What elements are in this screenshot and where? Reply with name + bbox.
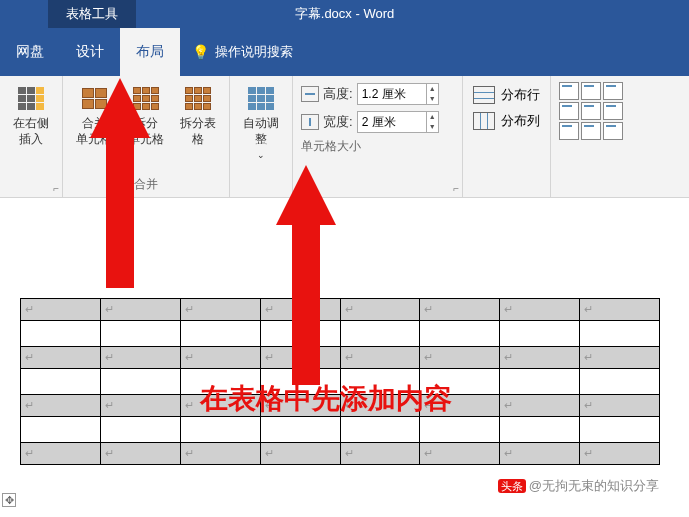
group-launcher-icon[interactable]: ⌐ [453,183,459,194]
align-bc-button[interactable] [581,122,601,140]
ribbon-tabs: 网盘 设计 布局 💡 操作说明搜索 [0,28,689,76]
contextual-tab-label: 表格工具 [48,0,136,28]
distribute-cols-button[interactable]: 分布列 [473,108,540,134]
tab-layout[interactable]: 布局 [120,28,180,76]
align-tl-button[interactable] [559,82,579,100]
insert-right-button[interactable]: 在右侧插入 [6,80,56,149]
tab-pan[interactable]: 网盘 [0,28,60,76]
row-height-icon [301,86,319,102]
align-mr-button[interactable] [603,102,623,120]
group-rows-cols: 在右侧插入 ⌐ [0,76,63,197]
distribute-cols-label: 分布列 [501,112,540,130]
ribbon: 在右侧插入 ⌐ 合并 单元格 拆分 单元格 拆分表格 合并 自动调整 [0,76,689,198]
tab-design[interactable]: 设计 [60,28,120,76]
titlebar: 表格工具 字幕.docx - Word [0,0,689,28]
document-title: 字幕.docx - Word [295,5,394,23]
height-input[interactable]: ▲▼ [357,83,439,105]
align-tc-button[interactable] [581,82,601,100]
down-arrow-icon[interactable]: ▼ [427,122,438,132]
width-input[interactable]: ▲▼ [357,111,439,133]
distribute-rows-label: 分布行 [501,86,540,104]
split-table-button[interactable]: 拆分表格 [173,80,223,149]
align-ml-button[interactable] [559,102,579,120]
group-distribute: 分布行 分布列 [463,76,551,197]
autofit-label: 自动调整⌄ [240,116,282,163]
cellsize-group-label: 单元格大小 [301,136,454,157]
table-row[interactable] [21,417,660,443]
table-row[interactable] [21,321,660,347]
chevron-down-icon: ⌄ [257,150,265,160]
table-row[interactable]: ↵↵↵↵↵↵↵↵ [21,347,660,369]
align-tr-button[interactable] [603,82,623,100]
tell-me-search[interactable]: 💡 操作说明搜索 [180,43,305,61]
height-label: 高度: [323,85,353,103]
watermark: @无拘无束的知识分享 [498,477,659,495]
merge-cells-button[interactable]: 合并 单元格 [69,80,119,149]
group-cell-size: 高度: ▲▼ 宽度: ▲▼ 单元格大小 ⌐ [293,76,463,197]
document-area[interactable]: ✥ ↵↵↵↵↵↵↵↵ ↵↵↵↵↵↵↵↵ ↵↵↵↵↵↵↵↵ ↵↵↵↵↵↵↵↵ [0,198,689,465]
bulb-icon: 💡 [192,44,209,60]
group-alignment [551,76,631,197]
merge-cells-label: 合并 单元格 [76,116,112,147]
group-autofit: 自动调整⌄ [230,76,293,197]
align-mc-button[interactable] [581,102,601,120]
insert-right-label: 在右侧插入 [10,116,52,147]
table-row[interactable]: ↵↵↵↵↵↵↵↵ [21,299,660,321]
table-row[interactable]: ↵↵↵↵↵↵↵↵ [21,443,660,465]
autofit-button[interactable]: 自动调整⌄ [236,80,286,165]
search-label: 操作说明搜索 [215,43,293,61]
merge-group-label: 合并 [134,174,158,195]
width-label: 宽度: [323,113,353,131]
split-cells-button[interactable]: 拆分 单元格 [121,80,171,149]
distribute-cols-icon [473,112,495,130]
table-move-handle[interactable]: ✥ [2,493,16,507]
split-cells-label: 拆分 单元格 [128,116,164,147]
up-arrow-icon[interactable]: ▲ [427,84,438,94]
split-table-label: 拆分表格 [177,116,219,147]
distribute-rows-button[interactable]: 分布行 [473,82,540,108]
group-merge: 合并 单元格 拆分 单元格 拆分表格 合并 [63,76,230,197]
distribute-rows-icon [473,86,495,104]
group-launcher-icon[interactable]: ⌐ [53,183,59,194]
alignment-grid [559,82,623,140]
annotation-text: 在表格中先添加内容 [200,380,452,418]
width-field[interactable] [358,115,426,129]
align-bl-button[interactable] [559,122,579,140]
col-width-icon [301,114,319,130]
height-field[interactable] [358,87,426,101]
up-arrow-icon[interactable]: ▲ [427,112,438,122]
down-arrow-icon[interactable]: ▼ [427,94,438,104]
align-br-button[interactable] [603,122,623,140]
